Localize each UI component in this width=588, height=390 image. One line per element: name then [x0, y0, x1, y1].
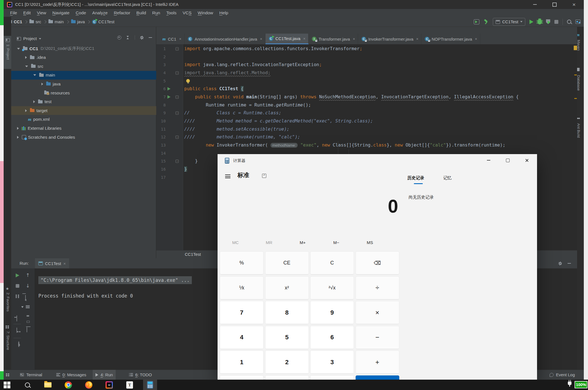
run-configuration-select[interactable]: CC1Test	[493, 18, 525, 26]
calc-key-3[interactable]: 3	[310, 350, 354, 374]
run-anything-icon[interactable]	[474, 19, 479, 24]
taskbar-app-intellij[interactable]	[102, 380, 116, 390]
editor-tab-noptransformer-java[interactable]: CNOPTransformer.java×	[421, 34, 480, 44]
calc-key-C[interactable]: C	[310, 251, 354, 275]
run-button[interactable]	[529, 20, 533, 24]
close-icon[interactable]: ×	[353, 37, 355, 41]
close-icon[interactable]: ×	[475, 37, 477, 41]
run-process-tab[interactable]: CC1Test ×	[35, 258, 69, 268]
calc-key-²√x[interactable]: ²√x	[310, 276, 354, 300]
menu-item-window[interactable]: Window	[195, 10, 216, 15]
gear-icon[interactable]	[558, 262, 562, 265]
search-everywhere-icon[interactable]	[567, 20, 571, 24]
calculator-title-bar[interactable]: 计算器	[218, 154, 537, 168]
status-item-terminal[interactable]: Terminal	[17, 370, 45, 380]
breadcrumb-item-main[interactable]: main	[48, 19, 64, 24]
status-item-0-messages[interactable]: 0: Messages	[53, 370, 89, 380]
calc-key-7[interactable]: 7	[220, 301, 263, 324]
soft-wrap-icon[interactable]	[25, 295, 26, 300]
calc-key-−[interactable]: −	[356, 326, 399, 349]
menu-item-edit[interactable]: Edit	[20, 10, 34, 15]
run-with-coverage-button[interactable]	[546, 19, 550, 24]
tree-item-src[interactable]: src	[11, 62, 156, 71]
tree-collapse-arrow-icon[interactable]	[33, 74, 36, 76]
menu-item-code[interactable]: Code	[73, 10, 89, 15]
memory-key-mr[interactable]: MR	[254, 237, 284, 248]
close-icon[interactable]: ×	[260, 37, 262, 41]
inspection-indicator[interactable]	[574, 46, 577, 50]
close-button[interactable]: ✕	[564, 0, 584, 9]
calc-tab-history[interactable]: 历史记录	[407, 175, 424, 181]
tree-item-target[interactable]: target	[11, 106, 156, 115]
tree-item-scratches-and-consoles[interactable]: Scratches and Consoles	[11, 133, 156, 141]
taskbar-app-calculator[interactable]	[143, 380, 157, 390]
tree-item-external-libraries[interactable]: External Libraries	[11, 124, 156, 133]
calc-tab-memory[interactable]: 记忆	[443, 175, 452, 181]
calc-key-1[interactable]: 1	[220, 350, 263, 374]
taskbar-app-notes[interactable]: T	[123, 380, 137, 390]
editor-tab-cc1test-java[interactable]: CCC1Test.java×	[265, 34, 309, 44]
fold-marker-icon[interactable]: −	[176, 71, 179, 75]
calc-maximize-button[interactable]	[499, 154, 517, 166]
calc-key-+[interactable]: +	[356, 350, 399, 374]
tree-expand-arrow-icon[interactable]	[41, 83, 43, 85]
build-hammer-icon[interactable]	[484, 19, 489, 24]
calc-key-5[interactable]: 5	[265, 326, 309, 349]
tree-item-resources[interactable]: resources	[11, 89, 156, 97]
warning-stripe-mark[interactable]	[574, 75, 577, 75]
taskbar-app-firefox[interactable]	[82, 380, 96, 390]
close-icon[interactable]: ×	[63, 261, 66, 266]
editor-tab-transformer-java[interactable]: ITransformer.java×	[309, 34, 358, 44]
sidebar-stripe-project[interactable]: 1: Project	[6, 44, 10, 60]
menu-item-help[interactable]: Help	[216, 10, 231, 15]
editor-tab-invokertransformer-java[interactable]: CInvokerTransformer.java×	[358, 34, 421, 44]
calc-key-÷[interactable]: ÷	[356, 276, 399, 300]
fold-marker-icon[interactable]: −	[176, 47, 179, 50]
minimize-button[interactable]	[525, 0, 545, 9]
pin-tab-icon[interactable]	[18, 341, 19, 347]
fold-marker-icon[interactable]: −	[176, 96, 179, 99]
calc-key-4[interactable]: 4	[220, 326, 263, 349]
calc-key-0[interactable]: 0	[265, 375, 309, 380]
memory-key-ms[interactable]: MS	[354, 237, 385, 248]
calc-key-CE[interactable]: CE	[265, 251, 309, 275]
restore-layout-icon[interactable]	[17, 328, 17, 333]
tree-expand-arrow-icon[interactable]	[25, 109, 27, 112]
editor-tab-cc1[interactable]: mCC1×	[159, 34, 185, 44]
fold-marker-icon[interactable]: −	[176, 160, 179, 163]
status-item-6-todo[interactable]: 6: TODO	[126, 370, 155, 380]
keep-on-top-icon[interactable]	[262, 174, 266, 178]
menu-item-build[interactable]: Build	[133, 10, 149, 15]
sidebar-stripe-database[interactable]: Database	[577, 75, 581, 91]
close-icon[interactable]: ×	[303, 36, 305, 41]
rerun-icon[interactable]	[16, 273, 19, 277]
run-window-tab-label[interactable]: CC1Test	[185, 252, 201, 257]
tree-expand-arrow-icon[interactable]	[17, 136, 19, 139]
taskbar-app-search[interactable]	[20, 380, 34, 390]
maximize-button[interactable]	[545, 0, 564, 9]
sidebar-stripe-favorites[interactable]: 2: Favorites	[6, 292, 10, 312]
fold-marker-icon[interactable]: −	[176, 136, 179, 139]
menu-item-view[interactable]: View	[34, 10, 49, 15]
locate-file-icon[interactable]	[117, 36, 121, 40]
collapse-all-icon[interactable]	[126, 36, 130, 39]
hide-panel-icon[interactable]	[149, 37, 152, 38]
calc-key-8[interactable]: 8	[265, 301, 309, 324]
tree-collapse-arrow-icon[interactable]	[17, 48, 20, 50]
tree-item-pom-xml[interactable]: mpom.xml	[11, 115, 156, 124]
event-log-button[interactable]: Event Log	[550, 370, 575, 380]
close-icon[interactable]: ×	[416, 37, 418, 41]
memory-key-mminus[interactable]: M−	[321, 237, 352, 248]
hamburger-menu-icon[interactable]	[225, 175, 230, 178]
calc-key-9[interactable]: 9	[310, 301, 354, 324]
tree-item--idea[interactable]: .idea	[11, 53, 156, 62]
calc-key-6[interactable]: 6	[310, 326, 354, 349]
menu-item-file[interactable]: File	[7, 10, 20, 15]
memory-key-mc[interactable]: MC	[220, 237, 251, 248]
editor-tab-annotationinvocationhandler-java[interactable]: CAnnotationInvocationHandler.java×	[185, 34, 265, 44]
stop-button[interactable]	[554, 20, 558, 24]
sidebar-stripe-structure[interactable]: 7: Structure	[6, 331, 10, 350]
intention-bulb-icon[interactable]	[186, 79, 190, 83]
toolwindow-switcher-icon[interactable]	[6, 373, 9, 376]
tree-item-cc1[interactable]: CC1D:\2021_code\反序列化\CC1	[11, 44, 156, 53]
